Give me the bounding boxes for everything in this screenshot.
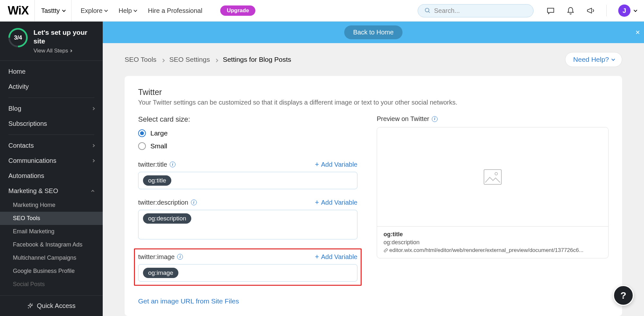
sidebar-item-blog[interactable]: Blog	[0, 101, 103, 116]
chevron-down-icon	[62, 8, 66, 12]
upgrade-button[interactable]: Upgrade	[220, 5, 255, 16]
chevron-right-icon	[92, 159, 95, 162]
twitter-image-input[interactable]: og:image	[138, 264, 357, 282]
sidebar-item-automations[interactable]: Automations	[0, 168, 103, 183]
sidebar-item-label: Activity	[8, 83, 29, 90]
banner: Back to Home ✕	[103, 22, 644, 43]
field-twitter-image: twitter:image i + Add Variable og:image	[134, 248, 362, 286]
nav-explore[interactable]: Explore	[80, 7, 107, 14]
sidebar-item-activity[interactable]: Activity	[0, 79, 103, 94]
site-selector[interactable]: Tasttty	[34, 0, 72, 21]
twitter-preview-card: og:title og:description editor.wix.com/h…	[377, 127, 609, 258]
preview-url-text: editor.wix.com/html/editor/web/renderer/…	[389, 247, 583, 254]
tag-pill[interactable]: og:image	[143, 268, 178, 278]
radio-large[interactable]: Large	[138, 129, 357, 137]
sidebar-item-label: Communications	[8, 157, 56, 164]
sidebar-item-label: Marketing & SEO	[8, 187, 58, 195]
sidebar-sub-social-posts[interactable]: Social Posts	[0, 278, 103, 291]
twitter-description-input[interactable]: og:description	[138, 210, 357, 239]
preview-title: og:title	[384, 231, 602, 238]
add-variable-label: Add Variable	[321, 253, 357, 261]
back-to-home-button[interactable]: Back to Home	[344, 25, 403, 39]
chevron-down-icon	[611, 57, 615, 61]
section-title: Twitter	[138, 88, 609, 97]
chevron-right-icon	[70, 49, 72, 52]
sidebar-item-subscriptions[interactable]: Subscriptions	[0, 116, 103, 131]
radio-unchecked-icon	[138, 142, 146, 150]
sidebar-sub-marketing-home[interactable]: Marketing Home	[0, 199, 103, 212]
main-content: Back to Home ✕ SEO Tools SEO Settings Se…	[103, 22, 644, 316]
nav-help[interactable]: Help	[118, 7, 136, 14]
bell-icon[interactable]	[566, 6, 575, 15]
divider	[606, 5, 607, 16]
sidebar-sub-google-business[interactable]: Google Business Profile	[0, 265, 103, 278]
field-twitter-description: twitter:description i + Add Variable og:…	[138, 198, 357, 239]
plus-icon: +	[315, 160, 319, 169]
banner-close-button[interactable]: ✕	[635, 29, 640, 36]
sidebar-item-communications[interactable]: Communications	[0, 153, 103, 168]
sparkle-icon	[27, 303, 33, 309]
link-icon	[384, 248, 388, 253]
sidebar-sub-email-marketing[interactable]: Email Marketing	[0, 225, 103, 238]
tag-pill[interactable]: og:description	[143, 213, 191, 224]
info-icon[interactable]: i	[170, 162, 175, 167]
progress-ring: 3/4	[8, 28, 28, 47]
wix-logo[interactable]: WiX	[8, 4, 29, 17]
help-fab[interactable]: ?	[613, 285, 634, 306]
search-input[interactable]: Search...	[418, 4, 534, 17]
radio-small[interactable]: Small	[138, 142, 357, 150]
sidebar-sub-multichannel[interactable]: Multichannel Campaigns	[0, 251, 103, 265]
quick-access[interactable]: Quick Access	[0, 295, 103, 316]
twitter-title-input[interactable]: og:title	[138, 172, 357, 189]
sidebar-item-contacts[interactable]: Contacts	[0, 138, 103, 153]
svg-point-5	[495, 172, 497, 175]
svg-line-1	[429, 12, 430, 13]
nav-icons: J	[546, 5, 636, 17]
chevron-down-icon	[104, 8, 108, 12]
sidebar-item-label: Subscriptions	[8, 120, 47, 127]
svg-rect-4	[484, 170, 501, 184]
preview-label-text: Preview on Twitter	[377, 115, 429, 123]
nav-help-label: Help	[118, 7, 132, 14]
chat-icon[interactable]	[546, 6, 555, 15]
sidebar-item-label: Home	[8, 68, 25, 75]
card-size-radio-group: Large Small	[138, 129, 357, 150]
sidebar: 3/4 Let's set up your site View All Step…	[0, 22, 103, 316]
crumb-seo-settings[interactable]: SEO Settings	[169, 56, 210, 63]
search-icon	[424, 7, 431, 14]
sidebar-item-home[interactable]: Home	[0, 64, 103, 79]
get-image-url-link[interactable]: Get an image URL from Site Files	[138, 297, 239, 305]
search-placeholder: Search...	[434, 7, 460, 14]
chevron-right-icon	[162, 56, 164, 63]
view-all-steps[interactable]: View All Steps	[33, 48, 94, 54]
add-variable-button[interactable]: + Add Variable	[315, 253, 357, 261]
add-variable-button[interactable]: + Add Variable	[315, 160, 357, 169]
preview-image-placeholder	[377, 127, 608, 227]
crumb-seo-tools[interactable]: SEO Tools	[125, 56, 156, 63]
card-size-label: Select card size:	[138, 115, 357, 124]
nav-hire[interactable]: Hire a Professional	[148, 7, 202, 14]
tag-pill[interactable]: og:title	[143, 175, 171, 186]
sidebar-sub-seo-tools[interactable]: SEO Tools	[0, 212, 103, 225]
sidebar-item-marketing-seo[interactable]: Marketing & SEO	[0, 183, 103, 199]
chevron-up-icon	[91, 190, 94, 193]
user-menu[interactable]: J	[618, 5, 636, 17]
sidebar-sub-fb-ig-ads[interactable]: Facebook & Instagram Ads	[0, 238, 103, 251]
add-variable-label: Add Variable	[321, 161, 357, 168]
site-name: Tasttty	[41, 7, 60, 14]
field-label-text: twitter:description	[138, 199, 188, 206]
info-icon[interactable]: i	[432, 116, 438, 122]
svg-point-0	[425, 8, 429, 12]
info-icon[interactable]: i	[177, 254, 183, 260]
content-header: SEO Tools SEO Settings Settings for Blog…	[103, 43, 644, 76]
add-variable-button[interactable]: + Add Variable	[315, 198, 357, 207]
breadcrumb: SEO Tools SEO Settings Settings for Blog…	[125, 56, 291, 63]
quick-access-label: Quick Access	[37, 302, 75, 310]
radio-small-label: Small	[150, 142, 167, 150]
megaphone-icon[interactable]	[586, 6, 595, 15]
need-help-button[interactable]: Need Help?	[565, 52, 622, 67]
preview-label: Preview on Twitter i	[377, 115, 609, 123]
top-navbar: WiX Tasttty Explore Help Hire a Professi…	[0, 0, 644, 22]
info-icon[interactable]: i	[191, 200, 197, 205]
sidebar-item-label: Blog	[8, 105, 21, 112]
